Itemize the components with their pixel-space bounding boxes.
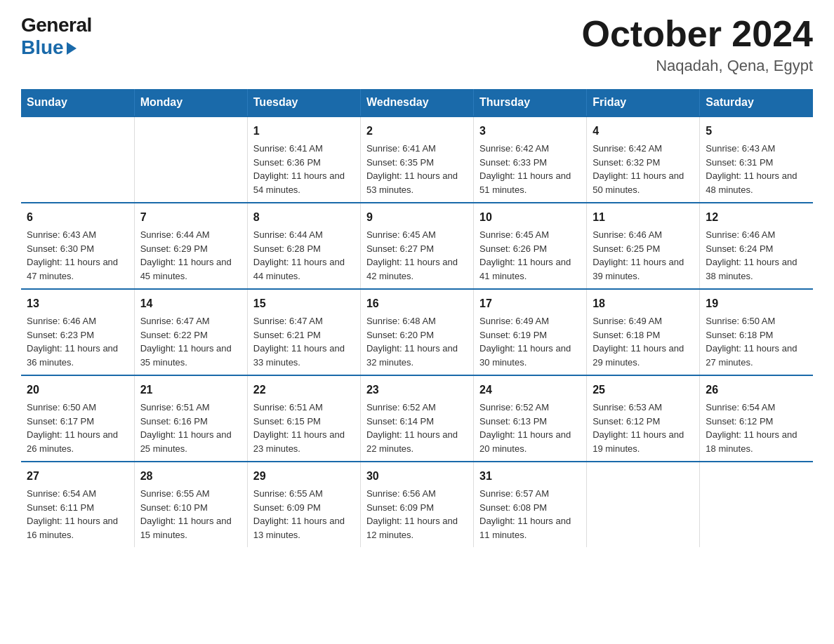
calendar-cell <box>134 116 247 203</box>
day-info: Sunrise: 6:45 AMSunset: 6:26 PMDaylight:… <box>479 228 581 283</box>
day-info: Sunrise: 6:42 AMSunset: 6:32 PMDaylight:… <box>593 142 694 196</box>
calendar-week-row: 1Sunrise: 6:41 AMSunset: 6:36 PMDaylight… <box>21 116 813 203</box>
calendar-cell: 23Sunrise: 6:52 AMSunset: 6:14 PMDayligh… <box>360 375 473 462</box>
calendar-cell: 12Sunrise: 6:46 AMSunset: 6:24 PMDayligh… <box>700 203 813 289</box>
day-number: 2 <box>366 123 468 140</box>
day-info: Sunrise: 6:44 AMSunset: 6:29 PMDaylight:… <box>140 228 241 283</box>
logo-arrow-icon <box>67 42 77 55</box>
day-info: Sunrise: 6:48 AMSunset: 6:20 PMDaylight:… <box>366 314 468 369</box>
calendar-cell: 11Sunrise: 6:46 AMSunset: 6:25 PMDayligh… <box>587 203 700 289</box>
day-info: Sunrise: 6:49 AMSunset: 6:19 PMDaylight:… <box>479 314 581 369</box>
calendar-cell: 21Sunrise: 6:51 AMSunset: 6:16 PMDayligh… <box>134 375 247 462</box>
calendar-cell: 25Sunrise: 6:53 AMSunset: 6:12 PMDayligh… <box>587 375 700 462</box>
day-number: 16 <box>366 295 468 312</box>
day-number: 7 <box>140 209 241 226</box>
day-number: 29 <box>253 468 355 485</box>
calendar-cell: 6Sunrise: 6:43 AMSunset: 6:30 PMDaylight… <box>21 203 134 289</box>
day-info: Sunrise: 6:54 AMSunset: 6:11 PMDaylight:… <box>27 487 128 542</box>
calendar-cell: 16Sunrise: 6:48 AMSunset: 6:20 PMDayligh… <box>360 289 473 375</box>
day-info: Sunrise: 6:47 AMSunset: 6:22 PMDaylight:… <box>140 314 241 369</box>
calendar-cell: 9Sunrise: 6:45 AMSunset: 6:27 PMDaylight… <box>360 203 473 289</box>
day-number: 15 <box>253 295 355 312</box>
header-day-saturday: Saturday <box>700 89 813 116</box>
day-number: 22 <box>253 382 355 398</box>
calendar-cell: 17Sunrise: 6:49 AMSunset: 6:19 PMDayligh… <box>474 289 587 375</box>
day-number: 1 <box>253 123 355 140</box>
day-info: Sunrise: 6:50 AMSunset: 6:18 PMDaylight:… <box>706 314 807 369</box>
day-number: 17 <box>479 295 581 312</box>
calendar-cell: 20Sunrise: 6:50 AMSunset: 6:17 PMDayligh… <box>21 375 134 462</box>
day-info: Sunrise: 6:52 AMSunset: 6:14 PMDaylight:… <box>366 401 468 455</box>
day-info: Sunrise: 6:53 AMSunset: 6:12 PMDaylight:… <box>593 401 694 455</box>
day-number: 6 <box>27 209 128 226</box>
day-number: 30 <box>366 468 468 485</box>
calendar-cell <box>700 462 813 547</box>
day-info: Sunrise: 6:56 AMSunset: 6:09 PMDaylight:… <box>366 487 468 542</box>
day-number: 18 <box>593 295 694 312</box>
calendar-cell: 10Sunrise: 6:45 AMSunset: 6:26 PMDayligh… <box>474 203 587 289</box>
calendar-cell: 13Sunrise: 6:46 AMSunset: 6:23 PMDayligh… <box>21 289 134 375</box>
calendar-cell: 24Sunrise: 6:52 AMSunset: 6:13 PMDayligh… <box>474 375 587 462</box>
day-info: Sunrise: 6:52 AMSunset: 6:13 PMDaylight:… <box>479 401 581 455</box>
calendar-cell: 19Sunrise: 6:50 AMSunset: 6:18 PMDayligh… <box>700 289 813 375</box>
calendar-cell: 2Sunrise: 6:41 AMSunset: 6:35 PMDaylight… <box>360 116 473 203</box>
day-number: 24 <box>479 382 581 398</box>
logo-blue-text: Blue <box>21 36 77 59</box>
day-info: Sunrise: 6:57 AMSunset: 6:08 PMDaylight:… <box>479 487 581 542</box>
header-day-friday: Friday <box>587 89 700 116</box>
calendar-cell: 5Sunrise: 6:43 AMSunset: 6:31 PMDaylight… <box>700 116 813 203</box>
day-info: Sunrise: 6:51 AMSunset: 6:15 PMDaylight:… <box>253 401 355 455</box>
calendar-cell: 22Sunrise: 6:51 AMSunset: 6:15 PMDayligh… <box>247 375 360 462</box>
day-number: 11 <box>593 209 694 226</box>
header-day-tuesday: Tuesday <box>247 89 360 116</box>
day-info: Sunrise: 6:46 AMSunset: 6:25 PMDaylight:… <box>593 228 694 283</box>
day-number: 26 <box>706 382 807 398</box>
calendar-week-row: 20Sunrise: 6:50 AMSunset: 6:17 PMDayligh… <box>21 375 813 462</box>
day-info: Sunrise: 6:44 AMSunset: 6:28 PMDaylight:… <box>253 228 355 283</box>
day-info: Sunrise: 6:45 AMSunset: 6:27 PMDaylight:… <box>366 228 468 283</box>
day-info: Sunrise: 6:43 AMSunset: 6:31 PMDaylight:… <box>706 142 807 196</box>
calendar-cell: 1Sunrise: 6:41 AMSunset: 6:36 PMDaylight… <box>247 116 360 203</box>
calendar-cell: 29Sunrise: 6:55 AMSunset: 6:09 PMDayligh… <box>247 462 360 547</box>
calendar-week-row: 13Sunrise: 6:46 AMSunset: 6:23 PMDayligh… <box>21 289 813 375</box>
logo-general-text: General <box>21 14 92 36</box>
day-number: 4 <box>593 123 694 140</box>
calendar-cell: 15Sunrise: 6:47 AMSunset: 6:21 PMDayligh… <box>247 289 360 375</box>
calendar-cell: 7Sunrise: 6:44 AMSunset: 6:29 PMDaylight… <box>134 203 247 289</box>
day-number: 23 <box>366 382 468 398</box>
day-number: 10 <box>479 209 581 226</box>
day-number: 5 <box>706 123 807 140</box>
calendar-cell <box>587 462 700 547</box>
calendar-week-row: 6Sunrise: 6:43 AMSunset: 6:30 PMDaylight… <box>21 203 813 289</box>
day-number: 25 <box>593 382 694 398</box>
calendar-body: 1Sunrise: 6:41 AMSunset: 6:36 PMDaylight… <box>21 116 813 547</box>
day-number: 21 <box>140 382 241 398</box>
day-number: 12 <box>706 209 807 226</box>
day-number: 19 <box>706 295 807 312</box>
day-info: Sunrise: 6:55 AMSunset: 6:09 PMDaylight:… <box>253 487 355 542</box>
day-number: 3 <box>479 123 581 140</box>
header-day-monday: Monday <box>134 89 247 116</box>
day-info: Sunrise: 6:47 AMSunset: 6:21 PMDaylight:… <box>253 314 355 369</box>
page-header: General Blue October 2024 Naqadah, Qena,… <box>21 14 813 75</box>
day-number: 31 <box>479 468 581 485</box>
day-info: Sunrise: 6:54 AMSunset: 6:12 PMDaylight:… <box>706 401 807 455</box>
day-number: 27 <box>27 468 128 485</box>
day-number: 14 <box>140 295 241 312</box>
header-day-sunday: Sunday <box>21 89 134 116</box>
calendar-cell: 26Sunrise: 6:54 AMSunset: 6:12 PMDayligh… <box>700 375 813 462</box>
day-number: 8 <box>253 209 355 226</box>
day-info: Sunrise: 6:49 AMSunset: 6:18 PMDaylight:… <box>593 314 694 369</box>
calendar-week-row: 27Sunrise: 6:54 AMSunset: 6:11 PMDayligh… <box>21 462 813 547</box>
logo: General Blue <box>21 14 92 59</box>
day-number: 28 <box>140 468 241 485</box>
day-info: Sunrise: 6:51 AMSunset: 6:16 PMDaylight:… <box>140 401 241 455</box>
calendar-table: SundayMondayTuesdayWednesdayThursdayFrid… <box>21 89 813 547</box>
day-number: 9 <box>366 209 468 226</box>
calendar-cell: 4Sunrise: 6:42 AMSunset: 6:32 PMDaylight… <box>587 116 700 203</box>
day-info: Sunrise: 6:42 AMSunset: 6:33 PMDaylight:… <box>479 142 581 196</box>
calendar-cell: 28Sunrise: 6:55 AMSunset: 6:10 PMDayligh… <box>134 462 247 547</box>
calendar-cell: 31Sunrise: 6:57 AMSunset: 6:08 PMDayligh… <box>474 462 587 547</box>
calendar-cell: 30Sunrise: 6:56 AMSunset: 6:09 PMDayligh… <box>360 462 473 547</box>
month-year-title: October 2024 <box>582 14 814 54</box>
